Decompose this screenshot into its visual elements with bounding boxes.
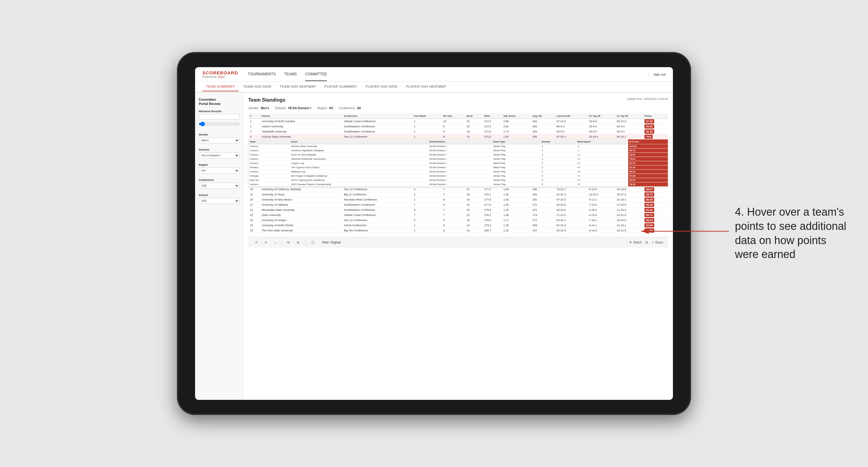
sub-nav: TEAM SUMMARY TEAM H2H GRID TEAM H2H HEAT… <box>195 82 673 93</box>
col-conf-rank: Conf Rank <box>412 114 441 119</box>
layout-button[interactable]: ⊞ <box>645 241 648 244</box>
tooltip-expansion-row: Team Event Event Division Event Type Rou… <box>249 139 668 187</box>
col-school: School <box>260 114 342 119</box>
info-button[interactable]: ⓘ <box>309 240 316 246</box>
sub-nav-player-h2h-grid[interactable]: PLAYER H2H GRID <box>362 82 401 91</box>
points-badge[interactable]: 88.48 <box>645 203 654 207</box>
col-points: Points <box>643 114 668 119</box>
report-title: Team Standings <box>248 97 285 103</box>
arrow-icon <box>638 222 732 241</box>
table-row-highlighted: 4 Arizona State University Pac-12 Confer… <box>249 134 668 139</box>
school-select[interactable]: (All) <box>199 198 240 204</box>
tooltip-row: Univers... Southern Highlands Collegiate… <box>249 149 668 153</box>
table-row: 26 The Ohio State University Big Ten Con… <box>249 228 668 233</box>
table-row: 25 University of North Florida ASUN Conf… <box>249 223 668 228</box>
sidebar-conference: Conference (All) <box>199 179 240 189</box>
table-row: 3 Vanderbilt University Southeastern Con… <box>249 129 668 134</box>
points-badge-highlighted[interactable]: 79.5 <box>645 134 653 139</box>
bottom-toolbar: ↺ ↻ ⌂ ⧉ ⊕· ⓘ View: Original 👁 Watch ⊞ <box>248 237 668 248</box>
top-nav: SCOREBOARD Powered by clippd TOURNAMENTS… <box>195 67 673 82</box>
table-header-row: # School Conference Conf Rank No Tour Bn… <box>249 114 668 119</box>
sidebar-school: School (All) <box>199 194 240 204</box>
tooltip-row: Univers... Copper Cup NCAA Division I Ma… <box>249 161 668 165</box>
report-area: Team Standings Update time: 13/03/2024 1… <box>244 93 673 400</box>
sidebar-region-label: Region <box>199 163 240 166</box>
redo-button[interactable]: ↻ <box>263 240 269 245</box>
toolbar-right: 👁 Watch ⊞ ↗ Share <box>629 241 663 244</box>
conference-select[interactable]: (All) <box>199 183 240 189</box>
update-time: Update time: 13/03/2024 10:03:42 <box>627 97 668 100</box>
points-badge[interactable]: 88.71 <box>645 213 654 217</box>
undo-button[interactable]: ↺ <box>253 240 259 245</box>
points-badge[interactable]: 88.07 <box>645 187 654 191</box>
report-header: Team Standings Update time: 13/03/2024 1… <box>248 97 668 103</box>
sidebar-division-label: Division <box>199 148 240 151</box>
nav-teams[interactable]: TEAMS <box>284 68 297 81</box>
sidebar-division: Division NCAA Division I <box>199 148 240 158</box>
sub-nav-player-h2h-heatmap[interactable]: PLAYER H2H HEATMAP <box>403 82 450 91</box>
toolbar-divider <box>282 240 282 245</box>
gender-select[interactable]: Men's <box>199 137 240 143</box>
col-no-tour: No Tour <box>441 114 465 119</box>
points-badge[interactable]: 88.70 <box>645 192 654 196</box>
sidebar-region: Region N/A <box>199 163 240 174</box>
filters-row: Gender: Men's Division: NCAA Division I … <box>248 106 668 110</box>
filter-conference: Conference: All <box>339 106 361 110</box>
sidebar-gender: Gender Men's <box>199 133 240 143</box>
sidebar-min-rounds-label: Minimum Rounds <box>199 110 240 113</box>
sub-nav-team-h2h-grid[interactable]: TEAM H2H GRID <box>240 82 275 91</box>
tooltip-row: Univers... 2023 Sahalee Players Champion… <box>249 182 668 187</box>
table-row: 20 University of New Mexico Mountain Wes… <box>249 197 668 203</box>
col-bnds: Bnds <box>465 114 483 119</box>
division-select[interactable]: NCAA Division I <box>199 152 240 158</box>
sub-nav-player-summary[interactable]: PLAYER SUMMARY <box>320 82 361 91</box>
copy-button[interactable]: ⧉ <box>285 240 291 245</box>
tooltip-table: Team Event Event Division Event Type Rou… <box>249 139 668 187</box>
annotation-container: 4. Hover over a team's points to see add… <box>735 205 850 261</box>
share-button[interactable]: ↗ Share <box>651 241 663 244</box>
tooltip-row: Georgia Ben Hogan Collegiate Invitationa… <box>249 174 668 178</box>
logo-title: SCOREBOARD <box>202 70 238 75</box>
region-select[interactable]: N/A <box>199 167 240 174</box>
nav-tournaments[interactable]: TOURNAMENTS <box>248 68 276 81</box>
tooltip-row: Florida I The Cypress Point Classic NCAA… <box>249 165 668 170</box>
min-rounds-input2[interactable] <box>199 120 240 128</box>
points-badge[interactable]: 88.49 <box>645 197 654 202</box>
sidebar-title: CommitteePortal Review <box>199 97 240 106</box>
annotation-text: 4. Hover over a team's points to see add… <box>735 205 850 261</box>
points-badge[interactable]: 97.02 <box>645 119 654 123</box>
nav-committee[interactable]: COMMITTEE <box>305 68 327 81</box>
points-badge[interactable]: 83.41 <box>645 208 654 212</box>
tooltip-row: Univers... Williams Cup NCAA Division I … <box>249 170 668 174</box>
view-label: View: Original <box>322 241 341 244</box>
points-badge[interactable]: 93.31 <box>645 124 654 129</box>
min-rounds-input[interactable] <box>199 114 240 120</box>
table-row: 23 Duke University Atlantic Coast Confer… <box>249 213 668 218</box>
table-row: 21 University of Alabama Southeastern Co… <box>249 203 668 208</box>
col-avg-sg: Avg. SG <box>531 114 555 119</box>
sign-out-button[interactable]: Sign out <box>648 72 666 76</box>
share-icon: ↗ <box>651 241 654 244</box>
col-rank: # <box>249 114 260 119</box>
sub-nav-team-summary[interactable]: TEAM SUMMARY <box>202 82 239 91</box>
points-badge[interactable]: 90.32 <box>645 129 654 134</box>
app-logo: SCOREBOARD Powered by clippd <box>202 70 238 78</box>
filter-division: Division: NCAA Division I <box>275 106 311 110</box>
table-row: 1 University of North Carolina Atlantic … <box>249 119 668 124</box>
logo-sub: Powered by clippd <box>202 75 238 78</box>
col-wins: Wins <box>483 114 502 119</box>
table-row: 2 Auburn University Southeastern Confere… <box>249 124 668 129</box>
tooltip-row: Univers... National Invitational Tournam… <box>249 157 668 161</box>
nav-links: TOURNAMENTS TEAMS COMMITTEE <box>248 68 648 81</box>
table-row: 24 University of Oregon Pac-12 Conferenc… <box>249 218 668 223</box>
tablet-device: SCOREBOARD Powered by clippd TOURNAMENTS… <box>177 52 691 415</box>
tablet-screen: SCOREBOARD Powered by clippd TOURNAMENTS… <box>195 67 673 400</box>
col-vs-top25: Vs Top 25 <box>588 114 616 119</box>
watch-button[interactable]: 👁 Watch <box>629 241 642 244</box>
sub-nav-team-h2h-heatmap[interactable]: TEAM H2H HEATMAP <box>276 82 319 91</box>
paste-button[interactable]: ⊕· <box>295 240 302 245</box>
table-row: 19 University of Texas Big 12 Conference… <box>249 192 668 197</box>
points-badge[interactable]: 88.54 <box>645 218 654 222</box>
sidebar-conference-label: Conference <box>199 179 240 182</box>
home-button[interactable]: ⌂ <box>273 240 278 245</box>
